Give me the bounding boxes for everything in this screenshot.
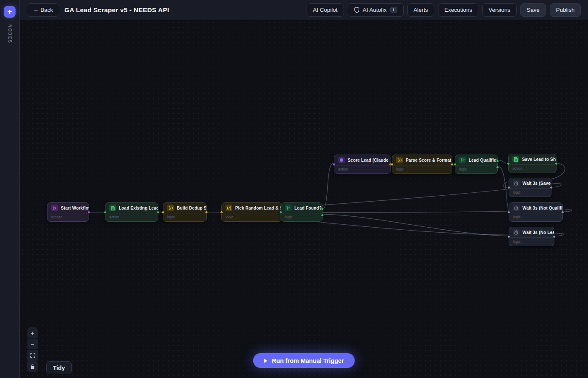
node-type-label: logic: [509, 189, 551, 194]
node-lead-found[interactable]: Lead Found? logic: [281, 202, 323, 222]
executions-button[interactable]: Executions: [438, 3, 478, 17]
node-pick-random-lead[interactable]: Pick Random Lead & Search logic: [221, 202, 282, 222]
save-button[interactable]: Save: [520, 3, 546, 17]
fit-view-icon: [30, 353, 35, 358]
node-title: Start Workflow: [61, 206, 89, 210]
output-port-true[interactable]: [321, 207, 324, 210]
node-type-label: trigger: [47, 213, 89, 219]
unlock-icon: [30, 364, 35, 369]
play-icon: [51, 205, 58, 211]
node-type-label: action: [509, 165, 556, 171]
node-type-label: action: [334, 165, 390, 171]
node-wait-3s-not-qualified[interactable]: Wait 3s (Not Qualified) logic: [509, 202, 563, 222]
input-port[interactable]: [279, 211, 282, 214]
connection-wires: [20, 20, 588, 378]
tidy-button[interactable]: Tidy: [46, 361, 72, 374]
node-wait-3s-no-lead[interactable]: Wait 3s (No Lead) logic: [509, 227, 554, 246]
sparkle-icon: [338, 157, 345, 163]
node-type-label: logic: [281, 213, 322, 219]
info-icon[interactable]: i: [390, 7, 397, 13]
ai-copilot-label: AI Copilot: [313, 7, 338, 13]
node-title: Save Lead to Sheet: [522, 157, 556, 162]
input-port[interactable]: [220, 211, 223, 214]
play-icon: [264, 359, 267, 363]
node-title: Score Lead (Claude Code): [348, 158, 390, 163]
node-type-label: logic: [509, 238, 554, 244]
branch-icon: [285, 205, 291, 211]
sheet-icon: [109, 205, 116, 211]
zoom-out-button[interactable]: −: [27, 339, 38, 349]
input-port[interactable]: [507, 211, 510, 214]
node-title: Wait 3s (No Lead): [522, 230, 554, 235]
ai-copilot-button[interactable]: AI Copilot: [307, 3, 344, 17]
clock-icon: [513, 180, 520, 186]
code-icon: [396, 157, 403, 163]
output-port-true[interactable]: [496, 160, 499, 163]
run-from-manual-trigger-button[interactable]: Run from Manual Trigger: [253, 353, 355, 368]
shield-icon: [354, 7, 360, 13]
output-port-false[interactable]: [496, 166, 499, 169]
alerts-button[interactable]: Alerts: [407, 3, 435, 17]
node-load-existing-leads[interactable]: Load Existing Leads action: [105, 202, 158, 222]
input-port[interactable]: [507, 162, 510, 165]
node-title: Load Existing Leads: [119, 206, 158, 210]
ai-autofix-button[interactable]: AI Autofix i: [348, 3, 404, 17]
node-type-label: logic: [509, 213, 562, 219]
clock-icon: [513, 229, 520, 236]
output-port[interactable]: [451, 163, 454, 166]
add-node-button[interactable]: +: [4, 6, 16, 18]
back-button[interactable]: ← Back: [27, 3, 59, 17]
input-port[interactable]: [507, 186, 510, 189]
publish-button[interactable]: Publish: [550, 3, 581, 17]
node-start-workflow[interactable]: Start Workflow trigger: [47, 202, 89, 222]
zoom-in-button[interactable]: +: [27, 327, 38, 338]
output-port[interactable]: [550, 186, 553, 189]
sheet-icon: [512, 156, 519, 163]
output-port[interactable]: [561, 211, 564, 214]
branch-icon: [459, 157, 466, 163]
workflow-title: GA Lead Scraper v5 - NEEDS API: [64, 6, 299, 14]
node-type-label: logic: [392, 165, 452, 171]
node-type-label: logic: [455, 165, 497, 171]
clock-icon: [513, 205, 520, 211]
input-port[interactable]: [162, 211, 165, 214]
node-title: Lead Qualified?: [469, 158, 497, 163]
output-port-false[interactable]: [321, 214, 324, 217]
node-title: Wait 3s (Saved): [522, 181, 551, 186]
node-save-lead-to-sheet[interactable]: Save Lead to Sheet action: [508, 154, 556, 173]
output-port[interactable]: [157, 211, 160, 214]
output-port[interactable]: [555, 162, 558, 165]
node-build-dedup-set[interactable]: Build Dedup Set logic: [163, 202, 207, 222]
input-port[interactable]: [507, 235, 510, 238]
output-port[interactable]: [205, 211, 208, 214]
top-toolbar: ← Back GA Lead Scraper v5 - NEEDS API AI…: [20, 0, 588, 20]
node-title: Lead Found?: [294, 206, 322, 210]
workflow-canvas[interactable]: Start Workflow trigger Load Existing Lea…: [20, 20, 588, 378]
node-type-label: action: [105, 213, 158, 219]
node-score-lead[interactable]: Score Lead (Claude Code) action: [334, 155, 391, 174]
node-title: Parse Score & Format Row: [406, 158, 452, 163]
ai-autofix-label: AI Autofix: [363, 7, 387, 13]
input-port[interactable]: [333, 163, 336, 166]
fit-view-button[interactable]: [27, 350, 38, 361]
node-wait-3s-saved[interactable]: Wait 3s (Saved) logic: [509, 178, 551, 197]
canvas-controls: + −: [27, 327, 38, 372]
versions-button[interactable]: Versions: [482, 3, 517, 17]
node-title: Wait 3s (Not Qualified): [522, 206, 562, 210]
output-port[interactable]: [553, 235, 556, 238]
input-port[interactable]: [391, 163, 394, 166]
lock-button[interactable]: [27, 361, 38, 372]
node-parse-score[interactable]: Parse Score & Format Row logic: [392, 155, 452, 174]
node-lead-qualified[interactable]: Lead Qualified? logic: [455, 155, 498, 174]
run-button-label: Run from Manual Trigger: [272, 357, 344, 364]
nodes-panel-label[interactable]: NODES: [8, 24, 12, 44]
output-port[interactable]: [87, 211, 90, 214]
input-port[interactable]: [104, 211, 107, 214]
code-icon: [226, 205, 232, 211]
node-title: Pick Random Lead & Search: [235, 206, 282, 210]
input-port[interactable]: [454, 163, 457, 166]
code-icon: [167, 205, 174, 211]
left-rail: + NODES: [0, 0, 20, 378]
node-type-label: logic: [222, 213, 282, 219]
node-type-label: logic: [163, 213, 206, 219]
